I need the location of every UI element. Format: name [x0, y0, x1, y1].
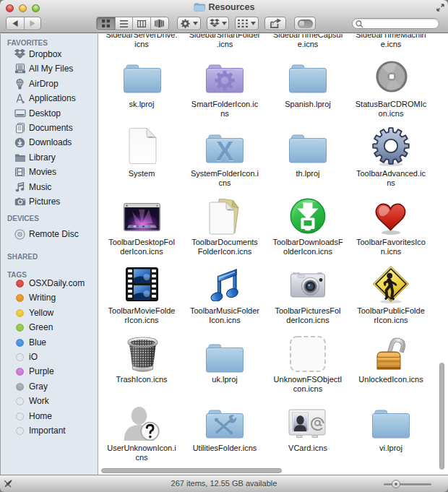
- svg-text:X: X: [216, 137, 233, 163]
